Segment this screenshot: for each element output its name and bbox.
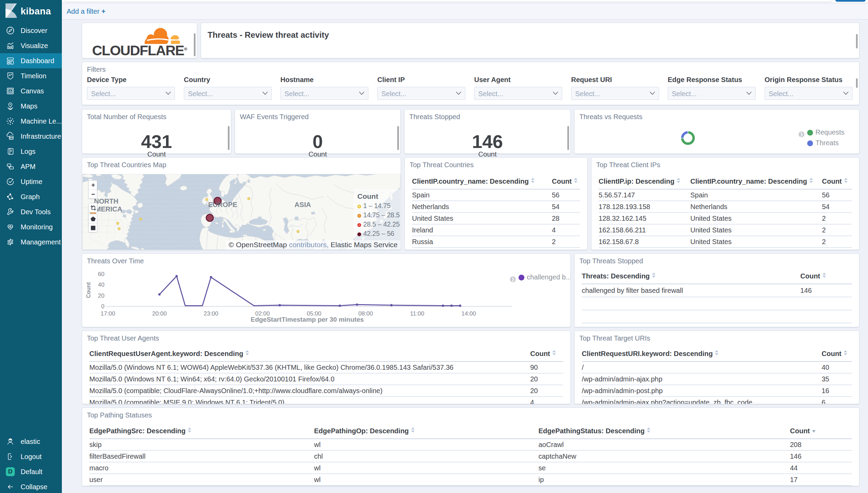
threats-over-time-chart[interactable]: 020406017:0020:0023:0002:0005:0008:0011:… [82, 254, 571, 327]
table-row[interactable]: /wp-admin/admin-ajax.php?action=update_z… [582, 397, 852, 404]
table-row[interactable]: Spain56 [412, 189, 580, 201]
line-marker[interactable] [390, 304, 393, 307]
map-data-point[interactable] [116, 222, 119, 225]
line-marker[interactable] [339, 305, 341, 307]
line-marker[interactable] [450, 305, 453, 307]
line-marker[interactable] [176, 275, 178, 277]
filter-select-edge-response-status[interactable]: Select... [668, 87, 756, 100]
filter-select-request-uri[interactable]: Select... [571, 87, 659, 100]
line-marker[interactable] [356, 303, 358, 306]
table-row[interactable]: userwlip17 [89, 474, 852, 485]
sidebar-item-apm[interactable]: APM [0, 159, 62, 174]
filter-select-origin-response-status[interactable]: Select... [765, 87, 853, 100]
legend-label[interactable]: Requests [815, 128, 845, 136]
panel-scrollbar[interactable] [856, 34, 858, 48]
table-row[interactable]: 162.158.67.8United States2 [599, 236, 852, 248]
sidebar-item-collapse[interactable]: Collapse [0, 479, 62, 493]
table-row[interactable]: /40 [582, 362, 852, 373]
table-row[interactable]: Netherlands54 [412, 201, 580, 213]
panel-scrollbar[interactable] [194, 33, 196, 56]
table-row[interactable]: Mozilla/5.0 (compatible; CloudFlare-Alwa… [89, 385, 563, 397]
threats-vs-requests-donut[interactable] [678, 128, 698, 148]
map-zoom-in-button[interactable]: + [89, 181, 97, 190]
line-marker[interactable] [459, 305, 461, 307]
threats-line-series[interactable] [159, 276, 460, 306]
table-row[interactable]: 5.56.57.147Spain56 [599, 189, 852, 201]
table-row[interactable]: /wp-admin/admin-post.php16 [582, 385, 852, 397]
sidebar-item-logs[interactable]: Logs [0, 144, 62, 159]
map-zoom-out-button[interactable]: − [89, 190, 97, 198]
map-crop-button[interactable] [89, 203, 97, 212]
map-data-point[interactable] [206, 214, 213, 221]
sidebar-item-logout[interactable]: Logout [0, 449, 62, 464]
map-attribution-link[interactable]: contributors, [289, 241, 329, 249]
sidebar-item-discover[interactable]: Discover [0, 23, 62, 38]
panel-scrollbar[interactable] [228, 126, 230, 150]
add-filter-link[interactable]: Add a filter + [67, 8, 105, 15]
column-header[interactable]: Count [530, 349, 563, 362]
column-header[interactable]: ClientRequestURI.keyword: Descending [582, 349, 822, 362]
world-map[interactable]: NORTH AMERICA EUROPE ASIA + − Count 1 – … [82, 174, 401, 250]
column-header[interactable]: EdgePathingStatus: Descending [538, 426, 790, 439]
column-header[interactable]: ClientIP.country_name: Descending [690, 177, 822, 189]
table-row[interactable]: 162.158.66.211United States2 [599, 224, 852, 236]
column-header[interactable]: Count [800, 272, 852, 284]
sidebar-item-infrastructure[interactable]: Infrastructure [0, 129, 62, 144]
table-row[interactable]: filterBasedFirewallchlcaptchaNew146 [89, 450, 852, 462]
map-draw-polygon-button[interactable] [89, 214, 97, 223]
update-button[interactable] [835, 0, 866, 2]
table-row[interactable]: Mozilla/5.0 (Windows NT 6.1; WOW64) Appl… [89, 362, 563, 373]
map-data-point[interactable] [205, 198, 208, 201]
filter-select-country[interactable]: Select... [184, 87, 272, 100]
panel-scrollbar[interactable] [567, 126, 569, 150]
table-row[interactable]: Ireland4 [412, 224, 580, 236]
legend-label[interactable]: challenged b... [527, 273, 571, 281]
sidebar-item-maps[interactable]: Maps [0, 99, 62, 114]
table-row[interactable]: Russia2 [412, 236, 580, 248]
panel-scrollbar[interactable] [397, 126, 399, 150]
table-row[interactable]: challenged by filter based firewall146 [582, 284, 852, 297]
kibana-logo[interactable]: kibana [0, 0, 62, 23]
column-header[interactable]: EdgePathingSrc: Descending [89, 426, 314, 439]
panel-scrollbar[interactable] [856, 78, 858, 88]
column-header[interactable]: Count [790, 426, 852, 439]
table-row[interactable]: 128.32.162.145United States2 [599, 213, 852, 224]
column-header[interactable]: Count [552, 177, 580, 189]
filter-select-user-agent[interactable]: Select... [474, 87, 562, 100]
line-marker[interactable] [279, 304, 281, 307]
sidebar-item-space-default[interactable]: DDefault [0, 464, 62, 479]
legend-expand-icon[interactable]: ❯ [510, 276, 516, 282]
legend-label[interactable]: Threats [815, 139, 839, 147]
column-header[interactable]: Threats: Descending [582, 272, 800, 284]
line-marker[interactable] [158, 293, 161, 296]
column-header[interactable]: EdgePathingOp: Descending [314, 426, 538, 439]
map-data-point[interactable] [140, 218, 142, 220]
sidebar-item-timelion[interactable]: Timelion [0, 68, 62, 83]
column-header[interactable]: Count [822, 177, 852, 189]
filter-select-client-ip[interactable]: Select... [377, 87, 465, 100]
search-input[interactable] [65, 0, 832, 2]
table-row[interactable]: United States28 [412, 213, 580, 224]
sidebar-item-monitoring[interactable]: Monitoring [0, 219, 62, 234]
column-header[interactable]: ClientIP.country_name: Descending [412, 177, 552, 189]
sidebar-item-machine-learning[interactable]: Machine Le... [0, 114, 62, 129]
sidebar-item-canvas[interactable]: Canvas [0, 83, 62, 99]
sidebar-item-visualize[interactable]: Visualize [0, 38, 62, 53]
map-data-point[interactable] [248, 197, 250, 200]
column-header[interactable]: ClientRequestUserAgent.keyword: Descendi… [89, 349, 530, 362]
sidebar-item-uptime[interactable]: Uptime [0, 174, 62, 189]
legend-expand-icon[interactable]: ❯ [799, 131, 804, 137]
line-marker[interactable] [442, 305, 444, 307]
filter-select-hostname[interactable]: Select... [280, 87, 368, 100]
sidebar-item-management[interactable]: Management [0, 234, 62, 250]
line-marker[interactable] [210, 276, 212, 278]
column-header[interactable]: Count [822, 349, 852, 362]
table-row[interactable]: Mozilla/5.0 (Windows NT 6.1; Win64; x64;… [89, 373, 563, 385]
table-row[interactable]: /wp-admin/admin-ajax.php35 [582, 373, 852, 385]
column-header[interactable]: ClientIP.ip: Descending [599, 177, 690, 189]
map-data-point[interactable] [297, 230, 299, 233]
map-data-point[interactable] [118, 228, 120, 230]
map-draw-rectangle-button[interactable] [89, 223, 97, 232]
table-row[interactable]: 178.128.193.158Netherlands54 [599, 201, 852, 213]
sidebar-item-dashboard[interactable]: Dashboard [0, 53, 62, 68]
